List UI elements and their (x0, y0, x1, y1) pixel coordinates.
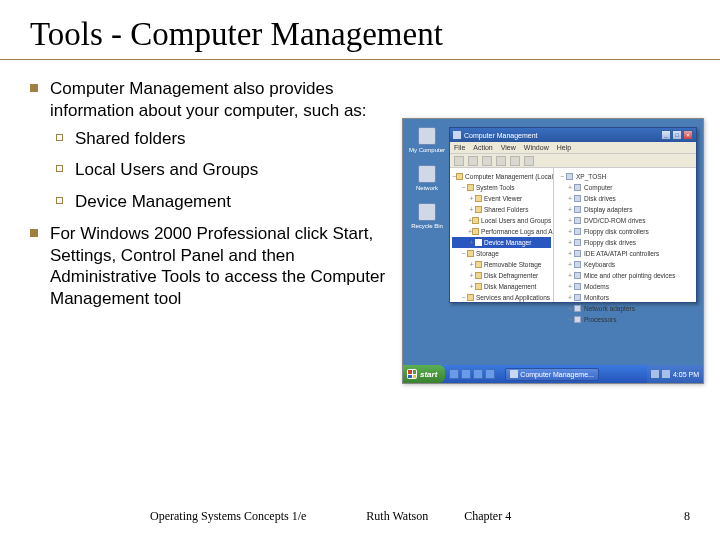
device-item[interactable]: −XP_TOSH (558, 171, 692, 182)
sub-bullet-3: Device Management (30, 191, 388, 213)
tree-item[interactable]: +Device Manager (452, 237, 551, 248)
footer-chapter: Chapter 4 (464, 509, 511, 524)
folder-icon (467, 250, 474, 257)
device-item[interactable]: +Mice and other pointing devices (558, 270, 692, 281)
folder-icon (472, 217, 479, 224)
device-icon (566, 173, 573, 180)
back-button[interactable] (454, 156, 464, 166)
device-item[interactable]: +Floppy disk drives (558, 237, 692, 248)
tree-item[interactable]: +Shared Folders (452, 204, 551, 215)
menu-window[interactable]: Window (524, 142, 549, 153)
recycle-bin-icon (418, 203, 436, 221)
device-icon (574, 283, 581, 290)
title-area: Tools - Computer Management (0, 0, 720, 60)
device-icon (574, 184, 581, 191)
tray-icon[interactable] (662, 370, 670, 378)
tree-pane: −Computer Management (Local)−System Tool… (450, 168, 554, 302)
tree-item[interactable]: −Storage (452, 248, 551, 259)
quick-launch-icon[interactable] (473, 369, 483, 379)
device-icon (574, 272, 581, 279)
device-icon (574, 217, 581, 224)
sub-bullet-marker-icon (56, 134, 63, 141)
text-column: Computer Management also provides inform… (30, 78, 388, 316)
desktop-icon: My Computer (407, 127, 447, 153)
tree-item[interactable]: −Computer Management (Local) (452, 171, 551, 182)
toolbar (450, 154, 696, 168)
bullet-text: Device Management (75, 191, 231, 213)
footer-author: Ruth Watson (366, 509, 428, 524)
taskbar-task[interactable]: Computer Manageme... (505, 368, 599, 381)
menu-help[interactable]: Help (557, 142, 571, 153)
slide-title: Tools - Computer Management (30, 16, 690, 53)
device-icon (574, 195, 581, 202)
menu-file[interactable]: File (454, 142, 465, 153)
network-icon (418, 165, 436, 183)
quick-launch (445, 369, 499, 379)
tray-icon[interactable] (651, 370, 659, 378)
start-label: start (420, 370, 437, 379)
minimize-button[interactable]: _ (661, 130, 671, 140)
tree-item[interactable]: +Event Viewer (452, 193, 551, 204)
folder-icon (475, 239, 482, 246)
desktop-icon: Network (407, 165, 447, 191)
folder-icon (475, 283, 482, 290)
close-button[interactable]: × (683, 130, 693, 140)
forward-button[interactable] (468, 156, 478, 166)
window-title: Computer Management (464, 132, 661, 139)
help-button[interactable] (524, 156, 534, 166)
folder-icon (475, 195, 482, 202)
device-icon (574, 261, 581, 268)
app-icon (453, 131, 461, 139)
device-icon (574, 316, 581, 323)
quick-launch-icon[interactable] (461, 369, 471, 379)
device-item[interactable]: +Monitors (558, 292, 692, 303)
sub-bullet-marker-icon (56, 197, 63, 204)
tree-item[interactable]: +Removable Storage (452, 259, 551, 270)
folder-icon (456, 173, 463, 180)
bullet-marker-icon (30, 84, 38, 92)
device-item[interactable]: +Disk drives (558, 193, 692, 204)
quick-launch-icon[interactable] (449, 369, 459, 379)
image-column: My Computer Network Recycle Bin Computer… (388, 78, 710, 316)
computer-management-window: Computer Management _ □ × File Action Vi… (449, 127, 697, 303)
refresh-button[interactable] (510, 156, 520, 166)
device-item[interactable]: +Keyboards (558, 259, 692, 270)
bullet-2: For Windows 2000 Professional click Star… (30, 223, 388, 310)
sub-bullet-2: Local Users and Groups (30, 159, 388, 181)
sub-bullet-marker-icon (56, 165, 63, 172)
device-item[interactable]: +Floppy disk controllers (558, 226, 692, 237)
task-icon (510, 370, 518, 378)
computer-icon (418, 127, 436, 145)
tree-item[interactable]: +Disk Management (452, 281, 551, 292)
up-button[interactable] (482, 156, 492, 166)
properties-button[interactable] (496, 156, 506, 166)
windows-logo-icon (407, 369, 417, 379)
menu-action[interactable]: Action (473, 142, 492, 153)
device-item[interactable]: +Modems (558, 281, 692, 292)
menu-view[interactable]: View (501, 142, 516, 153)
maximize-button[interactable]: □ (672, 130, 682, 140)
device-item[interactable]: +Display adapters (558, 204, 692, 215)
tree-item[interactable]: +Local Users and Groups (452, 215, 551, 226)
device-item[interactable]: +DVD/CD-ROM drives (558, 215, 692, 226)
folder-icon (467, 294, 474, 301)
clock: 4:05 PM (673, 371, 699, 378)
device-item[interactable]: +Processors (558, 314, 692, 325)
bullet-1: Computer Management also provides inform… (30, 78, 388, 122)
device-item[interactable]: +IDE ATA/ATAPI controllers (558, 248, 692, 259)
page-number: 8 (684, 509, 690, 524)
footer: Operating Systems Concepts 1/e Ruth Wats… (0, 509, 720, 524)
start-button[interactable]: start (403, 365, 445, 383)
device-item[interactable]: +Network adapters (558, 303, 692, 314)
tree-item[interactable]: +Performance Logs and Alerts (452, 226, 551, 237)
bullet-text: Local Users and Groups (75, 159, 258, 181)
device-icon (574, 206, 581, 213)
menubar: File Action View Window Help (450, 142, 696, 154)
device-item[interactable]: +Computer (558, 182, 692, 193)
device-icon (574, 250, 581, 257)
quick-launch-icon[interactable] (485, 369, 495, 379)
footer-book-title: Operating Systems Concepts 1/e (150, 509, 306, 524)
tree-item[interactable]: +Disk Defragmenter (452, 270, 551, 281)
tree-item[interactable]: −Services and Applications (452, 292, 551, 302)
tree-item[interactable]: −System Tools (452, 182, 551, 193)
